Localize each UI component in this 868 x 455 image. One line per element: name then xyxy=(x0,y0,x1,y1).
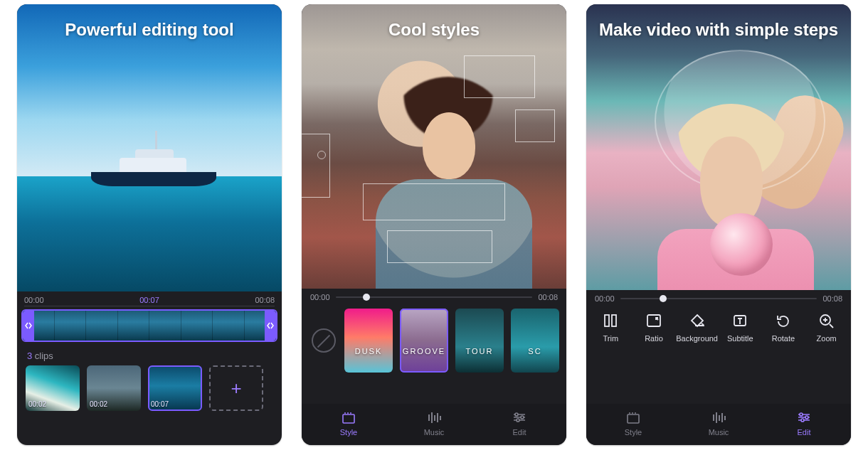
tool-trim[interactable]: Trim xyxy=(591,313,630,343)
screenshot-cool-styles: Cool styles 00:00 00:08 DUSK GROOVE TOUR… xyxy=(302,4,566,445)
svg-point-20 xyxy=(800,413,803,416)
tool-label: Trim xyxy=(603,334,619,343)
tab-edit[interactable]: Edit xyxy=(494,411,544,437)
zoom-icon xyxy=(817,313,836,328)
plus-icon: + xyxy=(231,378,241,400)
svg-point-6 xyxy=(515,413,518,416)
tab-edit[interactable]: Edit xyxy=(779,411,829,437)
svg-rect-3 xyxy=(434,415,435,421)
svg-point-22 xyxy=(801,419,804,422)
toolbar: Trim Ratio Background Subtitle Rotate xyxy=(586,304,851,347)
tab-label: Music xyxy=(709,428,729,437)
bottom-tabs: Style Music Edit xyxy=(302,404,566,445)
trim-icon xyxy=(601,313,620,328)
tab-music[interactable]: Music xyxy=(694,411,743,437)
tool-label: Background xyxy=(676,334,718,343)
style-card-sc[interactable]: SC xyxy=(511,309,559,373)
tool-zoom[interactable]: Zoom xyxy=(808,313,846,343)
tab-style[interactable]: Style xyxy=(324,411,374,437)
svg-rect-5 xyxy=(440,416,441,420)
clip-duration: 00:02 xyxy=(28,400,46,408)
ratio-icon xyxy=(645,313,663,328)
svg-rect-15 xyxy=(713,414,714,421)
scrub-thumb[interactable] xyxy=(363,294,370,301)
clip-duration: 00:02 xyxy=(90,400,107,408)
tab-label: Edit xyxy=(798,428,811,437)
trim-handle-right[interactable] xyxy=(265,311,276,341)
clip-thumbnail[interactable]: 00:02 xyxy=(87,365,141,411)
clips-header: 3 clips xyxy=(17,348,282,365)
scrub-bar[interactable]: 00:00 00:08 xyxy=(586,290,851,304)
style-label: SC xyxy=(511,347,559,355)
edit-icon xyxy=(512,411,527,424)
svg-rect-1 xyxy=(428,414,430,421)
svg-rect-17 xyxy=(719,415,720,421)
scrub-thumb[interactable] xyxy=(660,295,667,302)
music-icon xyxy=(711,411,726,424)
rotate-icon xyxy=(774,313,793,328)
svg-rect-11 xyxy=(647,315,660,326)
tool-background[interactable]: Background xyxy=(678,313,716,343)
time-start: 00:00 xyxy=(595,294,615,303)
svg-rect-19 xyxy=(724,416,726,420)
tool-label: Ratio xyxy=(645,334,663,343)
svg-point-8 xyxy=(517,419,519,422)
scrub-track[interactable] xyxy=(620,298,817,299)
trim-handle-left[interactable] xyxy=(23,311,34,341)
svg-point-21 xyxy=(805,416,808,419)
scrub-track[interactable] xyxy=(336,296,533,298)
page-title: Make video with simple steps xyxy=(586,20,851,40)
subtitle-icon xyxy=(731,313,749,328)
style-picker: DUSK GROOVE TOUR SC xyxy=(302,303,566,377)
style-label: TOUR xyxy=(455,347,504,355)
tool-rotate[interactable]: Rotate xyxy=(764,313,803,343)
style-label: GROOVE xyxy=(400,347,448,355)
svg-rect-10 xyxy=(612,315,616,326)
style-icon xyxy=(625,411,641,424)
tab-label: Music xyxy=(424,428,445,437)
clips-row: 00:02 00:02 00:07 + xyxy=(17,365,282,421)
svg-rect-4 xyxy=(437,413,438,422)
time-end: 00:08 xyxy=(822,294,842,303)
no-style-button[interactable] xyxy=(312,328,336,353)
tool-label: Subtitle xyxy=(727,334,753,343)
preview-area[interactable]: Cool styles xyxy=(302,4,566,289)
tab-music[interactable]: Music xyxy=(409,411,459,437)
clip-thumbnail[interactable]: 00:02 xyxy=(26,365,80,411)
music-icon xyxy=(426,411,442,424)
page-title: Cool styles xyxy=(302,20,566,40)
time-end: 00:08 xyxy=(255,296,275,304)
clip-duration: 00:07 xyxy=(151,400,169,408)
timeline-labels: 00:00 00:07 00:08 xyxy=(17,291,282,306)
time-start: 00:00 xyxy=(310,293,330,301)
tab-label: Edit xyxy=(513,428,526,437)
style-card-dusk[interactable]: DUSK xyxy=(344,309,393,373)
style-label: DUSK xyxy=(344,347,393,355)
screenshot-simple-steps: Make video with simple steps 00:00 00:08… xyxy=(586,4,851,445)
time-current: 00:07 xyxy=(139,296,159,304)
svg-rect-2 xyxy=(431,412,433,423)
preview-area[interactable]: Make video with simple steps xyxy=(586,4,851,290)
preview-area[interactable]: Powerful editing tool xyxy=(17,4,282,291)
tool-ratio[interactable]: Ratio xyxy=(635,313,673,343)
trim-strip[interactable] xyxy=(21,309,277,342)
page-title: Powerful editing tool xyxy=(17,20,282,40)
svg-rect-18 xyxy=(721,413,723,422)
tool-subtitle[interactable]: Subtitle xyxy=(721,313,759,343)
svg-rect-16 xyxy=(716,412,717,423)
bottom-tabs: Style Music Edit xyxy=(586,404,851,445)
style-card-groove[interactable]: GROOVE xyxy=(400,309,448,373)
add-clip-button[interactable]: + xyxy=(209,365,263,411)
tool-label: Zoom xyxy=(817,334,837,343)
screenshot-editing-tool: Powerful editing tool 00:00 00:07 00:08 … xyxy=(17,4,282,445)
clip-thumbnail-selected[interactable]: 00:07 xyxy=(148,365,202,411)
style-card-tour[interactable]: TOUR xyxy=(455,309,504,373)
scrub-bar[interactable]: 00:00 00:08 xyxy=(302,289,566,303)
bubble-gum xyxy=(710,213,773,276)
background-icon xyxy=(688,313,706,328)
tab-style[interactable]: Style xyxy=(608,411,658,437)
edit-icon xyxy=(796,411,812,424)
tool-label: Rotate xyxy=(772,334,795,343)
svg-point-7 xyxy=(521,416,524,419)
style-icon xyxy=(341,411,356,424)
